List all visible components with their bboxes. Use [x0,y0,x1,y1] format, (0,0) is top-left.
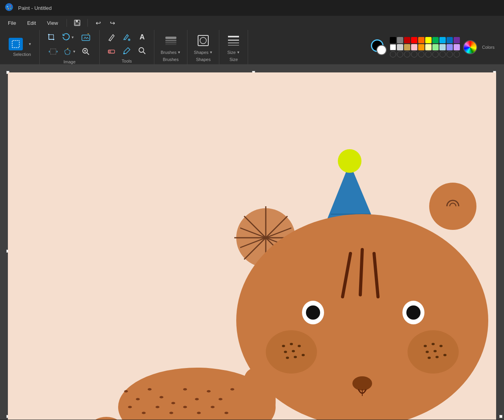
svg-point-88 [128,406,132,408]
svg-point-58 [284,351,287,353]
undo-button[interactable]: ↩ [92,17,104,28]
svg-point-90 [156,406,159,408]
crop-tool[interactable] [44,31,59,44]
text-tool[interactable]: A [135,31,149,44]
menu-view[interactable]: View [42,19,63,28]
svg-point-84 [195,398,199,400]
svg-point-64 [424,345,427,347]
svg-point-1 [7,6,8,7]
swatch-gray1[interactable] [397,37,403,43]
swatch-black[interactable] [390,37,396,43]
zoom-tool[interactable] [79,45,93,58]
shapes-main[interactable] [194,33,213,48]
image-group: ▼ [40,30,100,65]
svg-point-71 [443,354,447,356]
handle-bottom-right[interactable] [499,415,502,418]
custom-swatch-4[interactable] [411,51,417,57]
shapes-label: Shapes [196,57,211,62]
custom-swatch-8[interactable] [439,51,446,57]
resize-tool[interactable] [46,45,60,58]
custom-swatch-5[interactable] [418,51,424,57]
swatch-purple[interactable] [454,37,460,43]
svg-point-61 [294,356,297,358]
swatch-lgray[interactable] [397,44,403,50]
swatch-lgreen[interactable] [432,44,439,50]
selection-dropdown[interactable]: ▼ [24,39,35,50]
swatch-brown[interactable] [404,44,410,50]
swatch-lyellow[interactable] [425,44,432,50]
size-main[interactable] [224,33,243,48]
fill-tool[interactable] [120,31,134,44]
svg-point-70 [435,356,439,358]
custom-swatch-6[interactable] [425,51,432,57]
eraser-tool[interactable] [104,44,119,57]
swatch-green[interactable] [432,37,439,43]
svg-rect-8 [12,41,19,48]
svg-point-72 [352,376,372,390]
size-dropdown[interactable]: Size ▼ [226,49,241,56]
canvas-area[interactable] [0,65,504,420]
custom-swatch-7[interactable] [432,51,439,57]
menu-file[interactable]: File [3,19,21,28]
size-label: Size [230,57,238,62]
swatch-lviolet[interactable] [447,44,453,50]
swatch-lpurple[interactable] [454,44,460,50]
ai-image-tool[interactable] [77,30,94,44]
save-button[interactable] [71,17,83,28]
custom-swatch-9[interactable] [447,51,453,57]
titlebar: Paint - Untitled [0,0,504,16]
svg-point-56 [290,343,293,345]
swatch-darkred[interactable] [404,37,410,43]
pencil-tool[interactable] [104,31,119,44]
image-label: Image [63,59,76,64]
swatch-blue[interactable] [447,37,453,43]
custom-swatch-2[interactable] [397,51,403,57]
eyedropper-tool[interactable] [120,44,134,57]
svg-point-79 [136,398,140,400]
colors-group: Colors [366,30,499,65]
svg-point-93 [197,412,201,414]
svg-line-20 [143,52,145,54]
menu-edit[interactable]: Edit [22,19,41,28]
svg-rect-25 [198,35,208,46]
swatch-gold[interactable] [418,44,424,50]
paint-canvas[interactable] [8,72,496,420]
shapes-dropdown[interactable]: Shapes ▼ [192,49,214,56]
color-picker-button[interactable] [463,40,477,54]
freeform-select-tool[interactable]: ▼ [61,45,78,58]
custom-swatch-3[interactable] [404,51,410,57]
menubar: File Edit View ↩ ↪ [0,16,504,30]
svg-point-60 [286,357,289,359]
color2-swatch[interactable] [376,45,387,55]
magnifier-tool[interactable] [135,44,149,57]
selection-rect-tool[interactable] [9,38,23,50]
svg-point-66 [439,345,443,347]
swatch-cyan[interactable] [439,37,446,43]
svg-point-19 [139,48,144,52]
svg-point-78 [124,390,128,392]
svg-point-85 [207,390,211,392]
swatch-pink[interactable] [411,44,417,50]
custom-swatch-1[interactable] [390,51,396,57]
svg-point-57 [298,345,301,347]
svg-point-47 [338,149,361,173]
svg-point-55 [282,345,285,347]
swatch-lblue[interactable] [439,44,446,50]
swatch-red[interactable] [411,37,417,43]
color-palette [390,37,460,57]
brushes-main[interactable] [161,33,180,48]
color-selectors [371,39,387,55]
swatch-white[interactable] [390,44,396,50]
svg-point-53 [406,305,421,320]
svg-rect-6 [76,20,78,22]
custom-swatch-10[interactable] [454,51,460,57]
swatch-orange[interactable] [418,37,424,43]
swatch-yellow[interactable] [425,37,432,43]
svg-point-81 [159,396,163,398]
svg-point-62 [302,354,305,356]
svg-line-75 [360,250,362,295]
svg-rect-24 [165,44,176,45]
rotate-tool[interactable]: ▼ [60,32,76,43]
redo-button[interactable]: ↪ [106,17,119,28]
brushes-dropdown[interactable]: Brushes ▼ [159,49,182,56]
